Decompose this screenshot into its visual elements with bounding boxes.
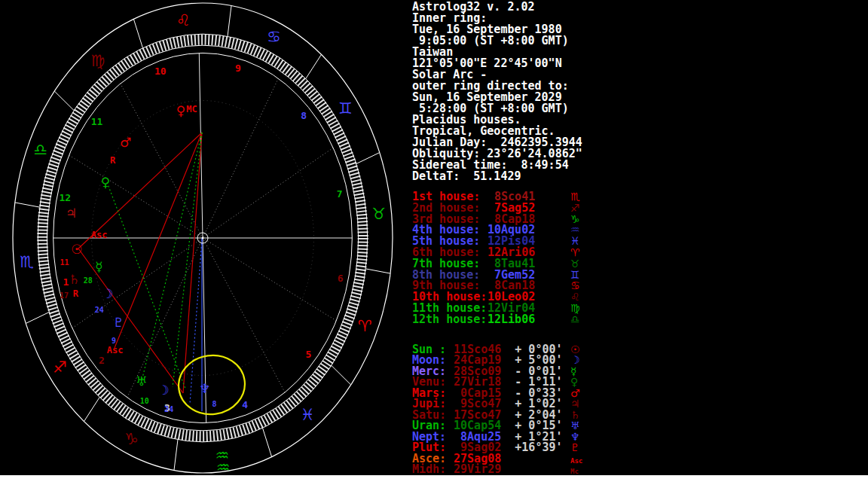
aspect-line xyxy=(78,249,183,393)
midheaven-label: MC xyxy=(186,104,197,114)
sign-boundary-line xyxy=(356,153,380,164)
moon-icon: ☽ xyxy=(102,286,113,301)
house-number: 5 xyxy=(305,349,311,360)
mars-icon: ♂ xyxy=(120,135,131,150)
jupiter-icon: ♃ xyxy=(66,206,77,221)
planet-icon: ♀ xyxy=(570,377,578,388)
venus-directed-icon: ♀ xyxy=(176,103,185,118)
saturn-degree-label: 17 xyxy=(60,291,69,300)
zodiac-sign-icon: ♐ xyxy=(570,203,580,214)
sign-boundary-line xyxy=(332,365,351,385)
sun-degree-label: 11 xyxy=(60,258,69,267)
sign-boundary-line xyxy=(54,91,74,111)
house-number: 4 xyxy=(242,399,248,410)
taurus-sign-icon: ♉ xyxy=(371,205,386,223)
mercury-icon: ☿ xyxy=(95,259,102,274)
zodiac-sign-icon: ♓ xyxy=(570,236,580,247)
retrograde-marker: R xyxy=(110,155,116,166)
planet-icon: ♄ xyxy=(570,410,580,421)
pluto-icon: ♇ xyxy=(113,315,124,330)
zodiac-sign-icon: ♒ xyxy=(570,224,580,236)
house-row: 12th house:12Lib06♎ xyxy=(412,314,601,325)
natal-biwheel-chart: ♏♐♑♒♓♈♉♊♋♌♍♎♒123456789101112♂♀♃☉11Asc♄17… xyxy=(0,0,411,476)
cancer-sign-icon: ♋ xyxy=(267,28,281,46)
zodiac-sign-icon: ♉ xyxy=(570,258,580,270)
house-number: 12 xyxy=(59,192,71,203)
ascendant-directed-label: Asc xyxy=(107,345,124,355)
house-cusp-value: 12Lib06 xyxy=(487,313,535,326)
saturn-icon: ♄ xyxy=(69,272,80,287)
mercury-degree-label: 28 xyxy=(84,276,93,285)
zodiac-sign-icon: ♏ xyxy=(570,191,580,203)
planet-icon: ♂ xyxy=(570,388,580,399)
zodiac-sign-icon: ♑ xyxy=(570,214,580,225)
house-number: 9 xyxy=(235,63,241,74)
capricorn-sign-icon: ♑ xyxy=(124,430,139,448)
planet-label: Midh: xyxy=(412,464,447,475)
moon-degree-label: 24 xyxy=(95,306,104,314)
house-cusp-list: 1st house: 8Sco41♏2nd house: 7Sag52♐3rd … xyxy=(412,191,601,325)
sagittarius-sign-icon: ♐ xyxy=(53,358,67,377)
center-dot xyxy=(202,237,204,239)
house-number: 8 xyxy=(301,110,307,121)
uranus-degree-label: 10 xyxy=(140,397,149,405)
planet-icon: ♅ xyxy=(570,420,580,432)
house-number: 2 xyxy=(99,355,105,366)
sign-boundary-line xyxy=(174,440,178,471)
planet-row: Midh: 29Vir29Mc xyxy=(412,464,601,475)
planet-icon: ♆ xyxy=(570,432,580,443)
gemini-sign-icon: ♊ xyxy=(338,99,353,117)
uranus-icon: ♅ xyxy=(136,374,147,389)
sign-boundary-line xyxy=(228,6,231,37)
planet-position-value: 29Vir29 xyxy=(447,462,501,476)
ascendant-label: Asc xyxy=(91,230,108,240)
aquarius-sign-icon: ♒ xyxy=(216,459,231,476)
sign-boundary-line xyxy=(306,54,322,78)
sign-boundary-line xyxy=(133,19,142,47)
bottom-margin xyxy=(0,475,868,488)
moon-directed-degree-label: 24 xyxy=(164,405,173,413)
zodiac-sign-icon: ♍ xyxy=(570,303,580,314)
aspect-line xyxy=(190,239,202,404)
venus-icon: ♀ xyxy=(101,175,110,190)
zodiac-sign-icon: ♊ xyxy=(570,270,580,281)
zodiac-sign-icon: ♋ xyxy=(570,280,580,291)
libra-sign-icon: ♎ xyxy=(33,141,47,159)
header-line: DeltaT: 51.1429 xyxy=(412,171,601,182)
house-number: 10 xyxy=(154,66,167,77)
planet-icon: ☉ xyxy=(570,344,580,355)
aspect-line xyxy=(107,182,185,389)
zodiac-sign-icon: ♈ xyxy=(570,247,580,258)
sign-boundary-line xyxy=(15,203,40,207)
pluto-degree-label: 9 xyxy=(112,337,116,345)
house-label: 12th house: xyxy=(412,314,487,325)
planet-icon: ☽ xyxy=(570,355,580,366)
scorpio-sign-icon: ♏ xyxy=(20,253,34,271)
planet-position-list: Sun : 11Sco46 + 0°00'☉Moon: 24Cap19 + 5°… xyxy=(412,344,601,475)
zodiac-sign-icon: ♎ xyxy=(570,314,580,325)
planet-icon: ♇ xyxy=(570,442,580,453)
virgo-sign-icon: ♍ xyxy=(90,52,105,70)
planet-icon: ♃ xyxy=(570,398,580,410)
pisces-sign-icon: ♓ xyxy=(301,406,315,424)
leo-sign-icon: ♌ xyxy=(176,11,191,29)
astrolog-window: ♏♐♑♒♓♈♉♊♋♌♍♎♒123456789101112♂♀♃☉11Asc♄17… xyxy=(0,0,868,488)
sign-boundary-line xyxy=(84,397,100,421)
neptune-degree-label: 8 xyxy=(212,400,217,408)
planet-icon: ☿ xyxy=(570,366,577,377)
sign-boundary-line xyxy=(263,428,272,456)
highlight-annotation xyxy=(175,351,249,418)
zodiac-sign-icon: ♌ xyxy=(570,291,580,303)
planet-motion-value: +16°39' xyxy=(501,441,562,454)
sign-boundary-line xyxy=(26,312,49,323)
aspect-line xyxy=(173,133,202,387)
house-number: 6 xyxy=(338,273,344,284)
sign-boundary-line xyxy=(365,269,390,273)
house-number: 7 xyxy=(337,188,343,200)
retrograde-marker: R xyxy=(73,288,79,299)
house-number: 11 xyxy=(91,116,103,127)
moon-directed-icon: ☽ xyxy=(157,383,169,398)
chart-header-text: Astrolog32 v. 2.02Inner ring:Tue, 16 Sep… xyxy=(412,2,601,182)
info-panel: Astrolog32 v. 2.02Inner ring:Tue, 16 Sep… xyxy=(412,2,601,475)
sun-icon: ☉ xyxy=(71,242,82,257)
